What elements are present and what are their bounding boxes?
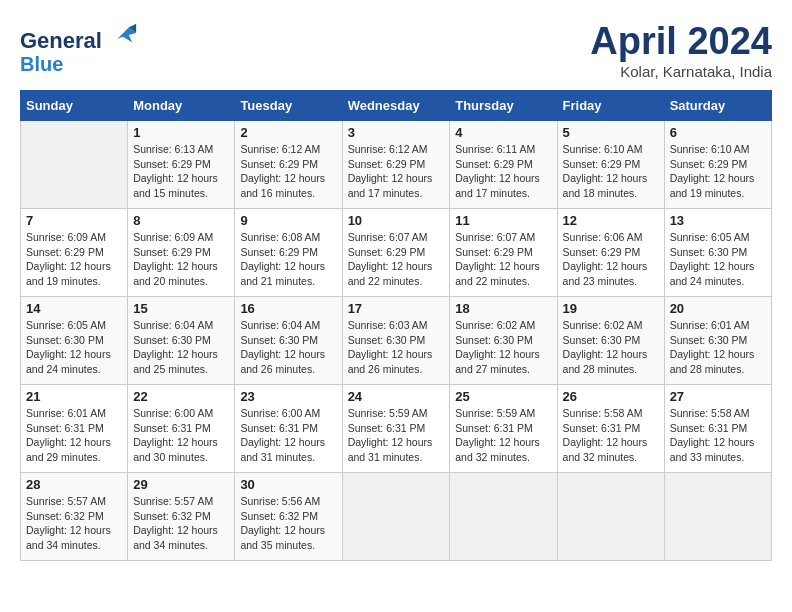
- calendar-cell: 22Sunrise: 6:00 AMSunset: 6:31 PMDayligh…: [128, 385, 235, 473]
- cell-info: Sunrise: 6:09 AMSunset: 6:29 PMDaylight:…: [26, 230, 122, 289]
- calendar-cell: 7Sunrise: 6:09 AMSunset: 6:29 PMDaylight…: [21, 209, 128, 297]
- day-number: 17: [348, 301, 445, 316]
- calendar-cell: 5Sunrise: 6:10 AMSunset: 6:29 PMDaylight…: [557, 121, 664, 209]
- page-header: General Blue April 2024 Kolar, Karnataka…: [20, 20, 772, 80]
- calendar-cell: 2Sunrise: 6:12 AMSunset: 6:29 PMDaylight…: [235, 121, 342, 209]
- day-number: 13: [670, 213, 766, 228]
- cell-info: Sunrise: 5:58 AMSunset: 6:31 PMDaylight:…: [670, 406, 766, 465]
- calendar-week-row: 7Sunrise: 6:09 AMSunset: 6:29 PMDaylight…: [21, 209, 772, 297]
- calendar-cell: 27Sunrise: 5:58 AMSunset: 6:31 PMDayligh…: [664, 385, 771, 473]
- calendar-cell: 20Sunrise: 6:01 AMSunset: 6:30 PMDayligh…: [664, 297, 771, 385]
- day-number: 23: [240, 389, 336, 404]
- day-number: 20: [670, 301, 766, 316]
- calendar-cell: 6Sunrise: 6:10 AMSunset: 6:29 PMDaylight…: [664, 121, 771, 209]
- cell-info: Sunrise: 6:08 AMSunset: 6:29 PMDaylight:…: [240, 230, 336, 289]
- day-number: 16: [240, 301, 336, 316]
- day-number: 30: [240, 477, 336, 492]
- calendar-cell: 17Sunrise: 6:03 AMSunset: 6:30 PMDayligh…: [342, 297, 450, 385]
- calendar-cell: 4Sunrise: 6:11 AMSunset: 6:29 PMDaylight…: [450, 121, 557, 209]
- day-number: 7: [26, 213, 122, 228]
- cell-info: Sunrise: 6:00 AMSunset: 6:31 PMDaylight:…: [133, 406, 229, 465]
- weekday-header-friday: Friday: [557, 91, 664, 121]
- calendar-cell: 23Sunrise: 6:00 AMSunset: 6:31 PMDayligh…: [235, 385, 342, 473]
- cell-info: Sunrise: 6:05 AMSunset: 6:30 PMDaylight:…: [26, 318, 122, 377]
- calendar-cell: [664, 473, 771, 561]
- cell-info: Sunrise: 6:11 AMSunset: 6:29 PMDaylight:…: [455, 142, 551, 201]
- logo-bird-icon: [110, 20, 138, 48]
- day-number: 21: [26, 389, 122, 404]
- weekday-header-row: SundayMondayTuesdayWednesdayThursdayFrid…: [21, 91, 772, 121]
- cell-info: Sunrise: 6:01 AMSunset: 6:30 PMDaylight:…: [670, 318, 766, 377]
- cell-info: Sunrise: 6:07 AMSunset: 6:29 PMDaylight:…: [348, 230, 445, 289]
- cell-info: Sunrise: 6:02 AMSunset: 6:30 PMDaylight:…: [455, 318, 551, 377]
- calendar-cell: 30Sunrise: 5:56 AMSunset: 6:32 PMDayligh…: [235, 473, 342, 561]
- cell-info: Sunrise: 6:04 AMSunset: 6:30 PMDaylight:…: [240, 318, 336, 377]
- calendar-cell: 3Sunrise: 6:12 AMSunset: 6:29 PMDaylight…: [342, 121, 450, 209]
- cell-info: Sunrise: 6:12 AMSunset: 6:29 PMDaylight:…: [240, 142, 336, 201]
- cell-info: Sunrise: 5:59 AMSunset: 6:31 PMDaylight:…: [455, 406, 551, 465]
- cell-info: Sunrise: 6:07 AMSunset: 6:29 PMDaylight:…: [455, 230, 551, 289]
- day-number: 5: [563, 125, 659, 140]
- cell-info: Sunrise: 6:03 AMSunset: 6:30 PMDaylight:…: [348, 318, 445, 377]
- calendar-cell: [21, 121, 128, 209]
- day-number: 19: [563, 301, 659, 316]
- calendar-week-row: 14Sunrise: 6:05 AMSunset: 6:30 PMDayligh…: [21, 297, 772, 385]
- cell-info: Sunrise: 6:10 AMSunset: 6:29 PMDaylight:…: [670, 142, 766, 201]
- day-number: 29: [133, 477, 229, 492]
- day-number: 26: [563, 389, 659, 404]
- day-number: 22: [133, 389, 229, 404]
- cell-info: Sunrise: 5:59 AMSunset: 6:31 PMDaylight:…: [348, 406, 445, 465]
- calendar-week-row: 28Sunrise: 5:57 AMSunset: 6:32 PMDayligh…: [21, 473, 772, 561]
- day-number: 14: [26, 301, 122, 316]
- calendar-cell: 24Sunrise: 5:59 AMSunset: 6:31 PMDayligh…: [342, 385, 450, 473]
- day-number: 4: [455, 125, 551, 140]
- calendar-cell: [557, 473, 664, 561]
- day-number: 9: [240, 213, 336, 228]
- day-number: 8: [133, 213, 229, 228]
- title-block: April 2024 Kolar, Karnataka, India: [590, 20, 772, 80]
- logo-text: General: [20, 20, 138, 53]
- cell-info: Sunrise: 6:02 AMSunset: 6:30 PMDaylight:…: [563, 318, 659, 377]
- cell-info: Sunrise: 6:05 AMSunset: 6:30 PMDaylight:…: [670, 230, 766, 289]
- day-number: 6: [670, 125, 766, 140]
- calendar-cell: 10Sunrise: 6:07 AMSunset: 6:29 PMDayligh…: [342, 209, 450, 297]
- calendar-cell: 21Sunrise: 6:01 AMSunset: 6:31 PMDayligh…: [21, 385, 128, 473]
- day-number: 18: [455, 301, 551, 316]
- day-number: 15: [133, 301, 229, 316]
- day-number: 3: [348, 125, 445, 140]
- logo: General Blue: [20, 20, 138, 75]
- calendar-week-row: 1Sunrise: 6:13 AMSunset: 6:29 PMDaylight…: [21, 121, 772, 209]
- calendar-cell: 29Sunrise: 5:57 AMSunset: 6:32 PMDayligh…: [128, 473, 235, 561]
- calendar-cell: 15Sunrise: 6:04 AMSunset: 6:30 PMDayligh…: [128, 297, 235, 385]
- logo-line2: Blue: [20, 53, 138, 75]
- calendar-cell: 8Sunrise: 6:09 AMSunset: 6:29 PMDaylight…: [128, 209, 235, 297]
- weekday-header-saturday: Saturday: [664, 91, 771, 121]
- day-number: 10: [348, 213, 445, 228]
- calendar-week-row: 21Sunrise: 6:01 AMSunset: 6:31 PMDayligh…: [21, 385, 772, 473]
- day-number: 12: [563, 213, 659, 228]
- cell-info: Sunrise: 6:06 AMSunset: 6:29 PMDaylight:…: [563, 230, 659, 289]
- calendar-cell: 1Sunrise: 6:13 AMSunset: 6:29 PMDaylight…: [128, 121, 235, 209]
- day-number: 28: [26, 477, 122, 492]
- cell-info: Sunrise: 5:57 AMSunset: 6:32 PMDaylight:…: [133, 494, 229, 553]
- calendar-cell: 28Sunrise: 5:57 AMSunset: 6:32 PMDayligh…: [21, 473, 128, 561]
- cell-info: Sunrise: 6:01 AMSunset: 6:31 PMDaylight:…: [26, 406, 122, 465]
- calendar-cell: [342, 473, 450, 561]
- weekday-header-tuesday: Tuesday: [235, 91, 342, 121]
- weekday-header-monday: Monday: [128, 91, 235, 121]
- calendar-cell: 13Sunrise: 6:05 AMSunset: 6:30 PMDayligh…: [664, 209, 771, 297]
- cell-info: Sunrise: 6:13 AMSunset: 6:29 PMDaylight:…: [133, 142, 229, 201]
- day-number: 11: [455, 213, 551, 228]
- cell-info: Sunrise: 6:10 AMSunset: 6:29 PMDaylight:…: [563, 142, 659, 201]
- day-number: 24: [348, 389, 445, 404]
- weekday-header-sunday: Sunday: [21, 91, 128, 121]
- calendar-cell: 11Sunrise: 6:07 AMSunset: 6:29 PMDayligh…: [450, 209, 557, 297]
- cell-info: Sunrise: 6:09 AMSunset: 6:29 PMDaylight:…: [133, 230, 229, 289]
- calendar-cell: 9Sunrise: 6:08 AMSunset: 6:29 PMDaylight…: [235, 209, 342, 297]
- day-number: 2: [240, 125, 336, 140]
- weekday-header-thursday: Thursday: [450, 91, 557, 121]
- calendar-table: SundayMondayTuesdayWednesdayThursdayFrid…: [20, 90, 772, 561]
- cell-info: Sunrise: 5:57 AMSunset: 6:32 PMDaylight:…: [26, 494, 122, 553]
- calendar-cell: [450, 473, 557, 561]
- cell-info: Sunrise: 6:04 AMSunset: 6:30 PMDaylight:…: [133, 318, 229, 377]
